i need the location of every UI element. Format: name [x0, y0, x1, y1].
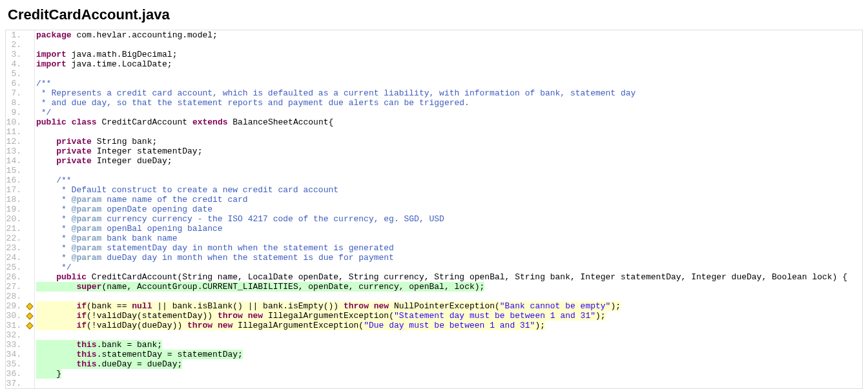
code-line: 36 } [6, 369, 862, 379]
code-content: } [34, 369, 862, 379]
gutter-glyph [25, 204, 34, 214]
line-number: 32 [6, 330, 25, 340]
gutter-glyph [25, 234, 34, 243]
code-content: private String bank; [34, 137, 862, 146]
code-content: * @param bank bank name [34, 234, 862, 243]
line-number: 1 [6, 30, 25, 40]
code-content: import java.time.LocalDate; [34, 59, 862, 69]
line-number: 8 [6, 98, 25, 108]
gutter-glyph [25, 340, 34, 350]
code-line: 26 public CreditCardAccount(String name,… [6, 272, 862, 282]
gutter-glyph [25, 40, 34, 50]
code-line: 31 if(!validDay(dueDay)) throw new Illeg… [6, 321, 862, 330]
code-line: 5 [6, 69, 862, 79]
line-number: 10 [6, 117, 25, 127]
line-number: 33 [6, 340, 25, 350]
line-number: 35 [6, 359, 25, 369]
diamond-icon [26, 312, 33, 319]
gutter-glyph [25, 369, 34, 379]
code-content [34, 127, 862, 137]
code-line: 2 [6, 40, 862, 50]
code-line: 17 * Default construct to create a new c… [6, 185, 862, 195]
code-line: 29 if(bank == null || bank.isBlank() || … [6, 301, 862, 311]
gutter-glyph [25, 137, 34, 146]
gutter-glyph [25, 282, 34, 292]
coverage-covered: this.bank = bank; [36, 340, 162, 350]
line-number: 26 [6, 272, 25, 282]
line-number: 9 [6, 108, 25, 117]
line-number: 27 [6, 282, 25, 292]
diamond-icon [26, 303, 33, 310]
code-content: * @param openDate opening date [34, 204, 862, 214]
gutter-glyph [25, 127, 34, 137]
file-title: CreditCardAccount.java [0, 0, 868, 27]
gutter-glyph [25, 146, 34, 156]
line-number: 31 [6, 321, 25, 330]
coverage-partial: if(!validDay(dueDay)) throw new IllegalA… [36, 321, 545, 330]
coverage-covered: this.dueDay = dueDay; [36, 359, 182, 369]
code-content: private Integer dueDay; [34, 156, 862, 166]
line-number: 23 [6, 243, 25, 253]
gutter-glyph [25, 379, 34, 388]
gutter-glyph [25, 166, 34, 175]
code-content: this.statementDay = statementDay; [34, 350, 862, 359]
coverage-partial: if(bank == null || bank.isBlank() || ban… [36, 301, 621, 311]
line-number: 29 [6, 301, 25, 311]
gutter-glyph [25, 108, 34, 117]
line-number: 4 [6, 59, 25, 69]
code-content [34, 166, 862, 175]
code-line: 12 private String bank; [6, 137, 862, 146]
code-line: 4import java.time.LocalDate; [6, 59, 862, 69]
line-number: 7 [6, 88, 25, 98]
code-line: 13 private Integer statementDay; [6, 146, 862, 156]
line-number: 24 [6, 253, 25, 263]
code-line: 33 this.bank = bank; [6, 340, 862, 350]
gutter-glyph [25, 272, 34, 282]
code-line: 16 /** [6, 175, 862, 185]
code-line: 35 this.dueDay = dueDay; [6, 359, 862, 369]
line-number: 12 [6, 137, 25, 146]
code-content: * Default construct to create a new cred… [34, 185, 862, 195]
gutter-glyph [25, 224, 34, 234]
line-number: 20 [6, 214, 25, 224]
code-content: this.bank = bank; [34, 340, 862, 350]
code-line: 25 */ [6, 263, 862, 272]
code-content: * @param name name of the credit card [34, 195, 862, 204]
line-number: 28 [6, 292, 25, 301]
code-line: 6/** [6, 79, 862, 88]
code-content: if(!validDay(dueDay)) throw new IllegalA… [34, 321, 862, 330]
line-number: 6 [6, 79, 25, 88]
gutter-glyph [25, 301, 34, 311]
gutter-glyph [25, 321, 34, 330]
coverage-partial: if(!validDay(statementDay)) throw new Il… [36, 311, 606, 321]
code-content: if(bank == null || bank.isBlank() || ban… [34, 301, 862, 311]
gutter-glyph [25, 185, 34, 195]
gutter-glyph [25, 88, 34, 98]
code-line: 28 [6, 292, 862, 301]
line-number: 25 [6, 263, 25, 272]
code-line: 24 * @param dueDay day in month when the… [6, 253, 862, 263]
code-content: public CreditCardAccount(String name, Lo… [34, 272, 862, 282]
coverage-covered: this.statementDay = statementDay; [36, 350, 243, 359]
code-content: public class CreditCardAccount extends B… [34, 117, 862, 127]
gutter-glyph [25, 50, 34, 59]
code-content: * @param openBal opening balance [34, 224, 862, 234]
code-line: 19 * @param openDate opening date [6, 204, 862, 214]
code-line: 23 * @param statementDay day in month wh… [6, 243, 862, 253]
code-line: 15 [6, 166, 862, 175]
code-content: if(!validDay(statementDay)) throw new Il… [34, 311, 862, 321]
code-line: 34 this.statementDay = statementDay; [6, 350, 862, 359]
code-line: 32 [6, 330, 862, 340]
code-content [34, 379, 862, 388]
code-line: 37 [6, 379, 862, 388]
code-content: this.dueDay = dueDay; [34, 359, 862, 369]
line-number: 18 [6, 195, 25, 204]
code-content: package com.hevlar.accounting.model; [34, 30, 862, 40]
code-content: * @param currency currency - the ISO 421… [34, 214, 862, 224]
line-number: 16 [6, 175, 25, 185]
code-content [34, 69, 862, 79]
line-number: 3 [6, 50, 25, 59]
code-line: 14 private Integer dueDay; [6, 156, 862, 166]
code-content [34, 330, 862, 340]
line-number: 14 [6, 156, 25, 166]
